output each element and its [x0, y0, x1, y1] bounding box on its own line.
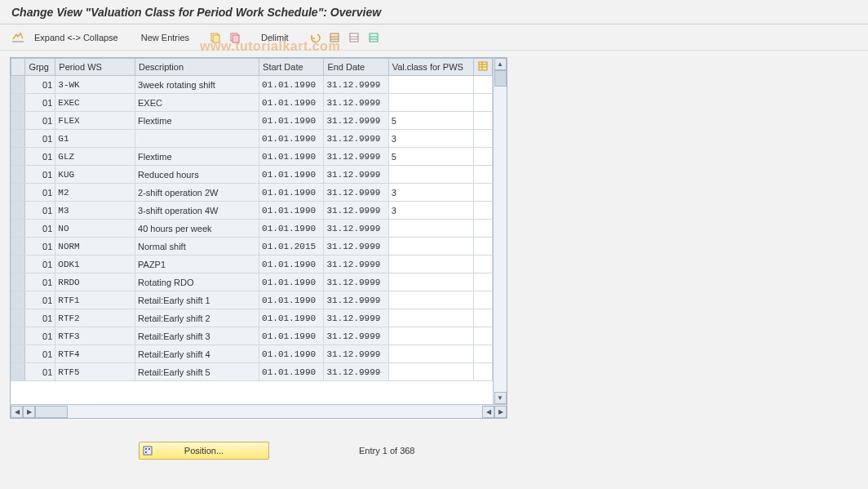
table-row[interactable]: 01M22-shift operation 2W01.01.199031.12.…	[11, 184, 493, 202]
cell-val-class[interactable]	[388, 238, 473, 256]
row-selector[interactable]	[11, 238, 25, 256]
footer-bar: Position... Entry 1 of 368	[10, 442, 507, 460]
cell-val-class[interactable]	[388, 345, 473, 363]
cell-description: Reduced hours	[135, 166, 259, 184]
col-period-ws[interactable]: Period WS	[55, 59, 135, 76]
cell-end-date: 31.12.9999	[324, 345, 388, 363]
cell-val-class[interactable]	[388, 166, 473, 184]
cell-period-ws: M2	[55, 184, 135, 202]
row-selector[interactable]	[11, 273, 25, 291]
cell-val-class[interactable]	[388, 76, 473, 94]
row-selector[interactable]	[11, 148, 25, 166]
table-row[interactable]: 013-WK3week rotating shift01.01.199031.1…	[11, 76, 493, 94]
col-description[interactable]: Description	[135, 59, 259, 76]
cell-val-class[interactable]: 5	[388, 112, 473, 130]
table-row[interactable]: 01RTF3Retail:Early shift 301.01.199031.1…	[11, 327, 493, 345]
copy-as-icon[interactable]	[227, 30, 243, 45]
horizontal-scrollbar[interactable]: ◀ ▶ ◀ ▶	[11, 404, 507, 418]
toggle-icon[interactable]	[10, 30, 26, 45]
cell-val-class[interactable]	[388, 220, 473, 238]
col-grpg[interactable]: Grpg	[25, 59, 55, 76]
cell-period-ws: RTF4	[55, 345, 135, 363]
cell-description	[135, 130, 259, 148]
cell-val-class[interactable]: 3	[388, 202, 473, 220]
row-selector[interactable]	[11, 363, 25, 381]
row-selector[interactable]	[11, 256, 25, 273]
row-selector[interactable]	[11, 345, 25, 363]
table-row[interactable]: 01M33-shift operation 4W01.01.199031.12.…	[11, 202, 493, 220]
hscroll-handle[interactable]	[35, 406, 68, 418]
cell-grpg: 01	[25, 112, 55, 130]
scroll-up-icon[interactable]: ▲	[494, 58, 507, 70]
table-row[interactable]: 01RTF2Retail:Early shift 201.01.199031.1…	[11, 309, 493, 327]
copy-icon[interactable]	[207, 30, 224, 45]
cell-end-date: 31.12.9999	[324, 166, 388, 184]
cell-description: PAZP1	[135, 256, 259, 273]
row-selector[interactable]	[11, 220, 25, 238]
cell-period-ws: RTF3	[55, 327, 135, 345]
table-row[interactable]: 01G101.01.199031.12.99993	[11, 130, 493, 148]
scroll-thumb[interactable]	[494, 70, 507, 87]
row-selector[interactable]	[11, 327, 25, 345]
cell-val-class[interactable]	[388, 309, 473, 327]
cell-end-date: 31.12.9999	[324, 148, 388, 166]
scroll-right2-icon[interactable]: ▶	[494, 406, 507, 418]
cell-val-class[interactable]: 3	[388, 130, 473, 148]
new-entries-button[interactable]: New Entries	[136, 31, 194, 44]
cell-grpg: 01	[25, 309, 55, 327]
table-row[interactable]: 01RTF4Retail:Early shift 401.01.199031.1…	[11, 345, 493, 363]
scroll-left2-icon[interactable]: ◀	[482, 406, 494, 418]
scroll-right-icon[interactable]: ▶	[23, 406, 35, 418]
table-row[interactable]: 01KUGReduced hours01.01.199031.12.9999	[11, 166, 493, 184]
cell-period-ws: KUG	[55, 166, 135, 184]
table-row[interactable]: 01FLEXFlextime01.01.199031.12.99995	[11, 112, 493, 130]
expand-collapse-button[interactable]: Expand <-> Collapse	[29, 31, 123, 44]
col-start-date[interactable]: Start Date	[259, 59, 324, 76]
cell-val-class[interactable]	[388, 94, 473, 112]
cell-pad	[474, 94, 493, 112]
scroll-down-icon[interactable]: ▼	[494, 392, 507, 404]
table-row[interactable]: 01RTF1Retail:Early shift 101.01.199031.1…	[11, 291, 493, 309]
col-end-date[interactable]: End Date	[324, 59, 388, 76]
table-row[interactable]: 01NO40 hours per week01.01.199031.12.999…	[11, 220, 493, 238]
cell-val-class[interactable]: 5	[388, 148, 473, 166]
row-selector[interactable]	[11, 166, 25, 184]
row-selector[interactable]	[11, 309, 25, 327]
row-selector[interactable]	[11, 76, 25, 94]
cell-val-class[interactable]	[388, 327, 473, 345]
table-row[interactable]: 01EXECEXEC01.01.199031.12.9999	[11, 94, 493, 112]
table-row[interactable]: 01NORMNormal shift01.01.201531.12.9999	[11, 238, 493, 256]
row-selector[interactable]	[11, 112, 25, 130]
cell-pad	[474, 166, 493, 184]
svg-rect-4	[330, 33, 339, 42]
vertical-scrollbar[interactable]: ▲ ▼	[493, 58, 507, 404]
col-val-class[interactable]: Val.class for PWS	[388, 59, 473, 76]
table-row[interactable]: 01RRDORotating RDO01.01.199031.12.9999	[11, 273, 493, 291]
position-label: Position...	[184, 446, 224, 456]
row-selector[interactable]	[11, 94, 25, 112]
config-icon[interactable]	[365, 30, 382, 45]
row-selector[interactable]	[11, 130, 25, 148]
deselect-all-icon[interactable]	[346, 30, 362, 45]
row-selector[interactable]	[11, 291, 25, 309]
cell-val-class[interactable]	[388, 291, 473, 309]
row-selector[interactable]	[11, 202, 25, 220]
table-settings-icon[interactable]	[474, 59, 493, 76]
cell-start-date: 01.01.1990	[259, 148, 324, 166]
cell-val-class[interactable]	[388, 273, 473, 291]
cell-pad	[474, 345, 493, 363]
table-row[interactable]: 01GLZFlextime01.01.199031.12.99995	[11, 148, 493, 166]
table-row[interactable]: 01RTF5Retail:Early shift 501.01.199031.1…	[11, 363, 493, 381]
table-row[interactable]: 01ODK1PAZP101.01.199031.12.9999	[11, 256, 493, 273]
cell-val-class[interactable]	[388, 256, 473, 273]
select-all-icon[interactable]	[326, 30, 343, 45]
scroll-left-icon[interactable]: ◀	[11, 406, 23, 418]
row-selector[interactable]	[11, 184, 25, 202]
col-select[interactable]	[11, 59, 25, 76]
cell-start-date: 01.01.1990	[259, 220, 324, 238]
position-button[interactable]: Position...	[139, 442, 269, 460]
undo-icon[interactable]	[307, 30, 323, 45]
cell-val-class[interactable]: 3	[388, 184, 473, 202]
delimit-button[interactable]: Delimit	[256, 31, 294, 44]
cell-val-class[interactable]	[388, 363, 473, 381]
